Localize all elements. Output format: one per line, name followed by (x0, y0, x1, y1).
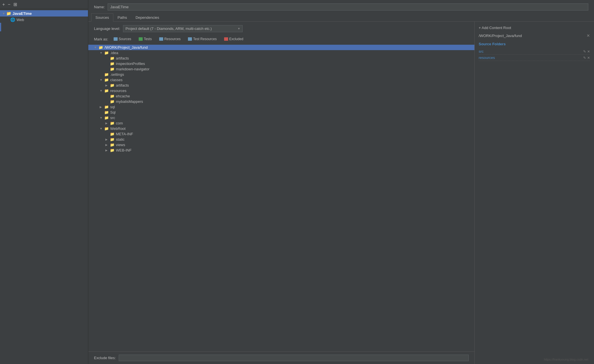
add-content-root-button[interactable]: + Add Content Root (479, 26, 511, 30)
ft-item-markdown-navigator[interactable]: 📁 markdown-navigator (88, 66, 474, 72)
ft-arrow: ▼ (94, 46, 97, 49)
watermark: https://frankyoung.blog.csdn.net (544, 358, 588, 361)
ft-folder-icon: 📁 (110, 143, 114, 147)
ft-folder-icon: 📁 (110, 132, 114, 136)
tab-dependencies[interactable]: Dependencies (131, 13, 163, 22)
ft-item-webroot[interactable]: ▼ 📁 WebRoot (88, 126, 474, 131)
ft-folder-icon: 📁 (104, 89, 109, 93)
tree-item-label: Web (17, 18, 24, 22)
exclude-label: Exclude files: (94, 356, 116, 360)
ft-item-inspection-profiles[interactable]: 📁 inspectionProfiles (88, 61, 474, 66)
ft-folder-icon: 📁 (104, 126, 109, 131)
ft-item-classes-artifacts[interactable]: ▶ 📁 artifacts (88, 83, 474, 88)
ft-item-mybatis-mappers[interactable]: 📁 mybatisMappers (88, 99, 474, 104)
ft-item-com[interactable]: ▶ 📁 com (88, 120, 474, 126)
ft-item-resources[interactable]: ▼ 📁 resources (88, 88, 474, 93)
ft-item-artifacts[interactable]: 📁 artifacts (88, 56, 474, 61)
ft-item-label: WebRoot (110, 126, 126, 131)
sf-resources-remove-button[interactable]: ✕ (587, 56, 590, 60)
content-area: Language level: Project default (7 - Dia… (88, 22, 594, 364)
mark-tests-label: Tests (144, 37, 152, 41)
mark-test-resources-label: Test Resources (193, 37, 217, 41)
ft-item-settings[interactable]: 📁 .settings (88, 72, 474, 77)
ft-item-label: com (116, 121, 123, 125)
sf-item-actions: ✎ ✕ (583, 50, 590, 54)
ft-item-label: .idea (110, 51, 118, 55)
ft-item-label: src (110, 116, 115, 120)
sf-item-src: src ✎ ✕ (479, 48, 590, 55)
ft-item-root[interactable]: ▼ 📁 /WORK/Project_Java/fund (88, 45, 474, 50)
tests-folder-icon (139, 37, 143, 41)
source-folders-section: Source Folders src ✎ ✕ resources ✎ ✕ (475, 39, 594, 61)
mark-tests-button[interactable]: Tests (137, 36, 154, 42)
ft-item-classes[interactable]: ▼ 📁 classes (88, 77, 474, 83)
close-content-root-button[interactable]: ✕ (587, 33, 590, 38)
sf-resources-edit-button[interactable]: ✎ (583, 56, 586, 60)
ft-folder-icon: 📁 (110, 121, 114, 125)
exclude-input[interactable] (119, 355, 469, 361)
sidebar-tree: ▼ 📁 JavaETime 🌐 Web (0, 9, 88, 364)
ft-item-static[interactable]: ▶ 📁 static (88, 137, 474, 142)
ft-arrow: ▶ (105, 84, 109, 87)
mark-excluded-button[interactable]: Excluded (222, 36, 245, 42)
folder-icon: 📁 (6, 11, 11, 16)
content-root-path-text: /WORK/Project_Java/fund (479, 34, 522, 38)
sf-item-resources: resources ✎ ✕ (479, 55, 590, 61)
sf-item-name-src: src (479, 49, 484, 54)
sf-edit-button[interactable]: ✎ (583, 50, 586, 54)
ft-arrow: ▶ (105, 122, 109, 125)
ft-item-label: .settings (110, 72, 124, 77)
ft-folder-icon: 📁 (110, 148, 114, 152)
source-folders-title: Source Folders (479, 42, 590, 46)
tree-item-web[interactable]: 🌐 Web (0, 17, 88, 23)
remove-icon[interactable]: − (8, 2, 10, 7)
ft-item-sql[interactable]: ▶ 📁 sql (88, 104, 474, 110)
tree-item-javaetime[interactable]: ▼ 📁 JavaETime (0, 10, 88, 17)
ft-folder-icon: 📁 (99, 45, 103, 50)
name-label: Name: (94, 5, 105, 9)
language-level-row: Language level: Project default (7 - Dia… (88, 25, 474, 36)
mark-as-label: Mark as: (94, 37, 108, 41)
ft-item-label: sql (110, 105, 115, 109)
mark-resources-label: Resources (164, 37, 181, 41)
ft-arrow: ▶ (105, 143, 109, 146)
tree-item-label: JavaETime (13, 11, 32, 16)
name-input[interactable] (108, 3, 588, 11)
ft-item-idea[interactable]: ▼ 📁 .idea (88, 50, 474, 56)
ft-arrow: ▼ (100, 78, 103, 81)
ft-item-label: artifacts (116, 56, 129, 60)
mark-as-row: Mark as: Sources Tests Resources Test Re… (88, 36, 474, 45)
ft-item-label: artifacts (116, 83, 129, 87)
mark-resources-button[interactable]: Resources (157, 36, 183, 42)
ft-item-label: resources (110, 89, 126, 93)
mark-sources-button[interactable]: Sources (112, 36, 133, 42)
tab-paths[interactable]: Paths (113, 13, 131, 22)
ft-folder-icon: 📁 (104, 105, 109, 109)
sf-remove-button[interactable]: ✕ (587, 50, 590, 54)
ft-item-label: views (116, 143, 125, 147)
add-icon[interactable]: + (2, 2, 5, 7)
ft-item-meta-inf[interactable]: 📁 META-INF (88, 131, 474, 137)
arrow-icon: ▼ (2, 12, 5, 15)
ft-folder-icon: 📁 (110, 83, 114, 87)
ft-arrow: ▼ (100, 89, 103, 92)
ft-item-ehcache[interactable]: 📁 ehcache (88, 93, 474, 99)
ft-folder-icon: 📁 (110, 62, 114, 66)
tab-sources[interactable]: Sources (91, 13, 113, 22)
ft-folder-icon: 📁 (110, 67, 114, 71)
ft-item-sql-cap[interactable]: 📁 Sql (88, 110, 474, 115)
ft-folder-icon: 📁 (110, 99, 114, 104)
layout-icon[interactable]: ⊞ (13, 2, 17, 7)
ft-item-label: markdown-navigator (116, 67, 149, 71)
ft-item-views[interactable]: ▶ 📁 views (88, 142, 474, 148)
language-level-select[interactable]: Project default (7 - Diamonds, ARM, mult… (123, 25, 243, 32)
mark-test-resources-button[interactable]: Test Resources (186, 36, 219, 42)
mark-sources-label: Sources (119, 37, 131, 41)
right-panel-header: + Add Content Root (475, 24, 594, 32)
ft-item-web-inf[interactable]: ▶ 📁 WEB-INF (88, 148, 474, 153)
ft-item-label: Sql (110, 110, 116, 114)
language-level-label: Language level: (94, 26, 120, 31)
content-root-path: /WORK/Project_Java/fund ✕ (475, 32, 594, 39)
ft-item-src[interactable]: ▼ 📁 src (88, 115, 474, 120)
ft-folder-icon: 📁 (110, 94, 114, 98)
